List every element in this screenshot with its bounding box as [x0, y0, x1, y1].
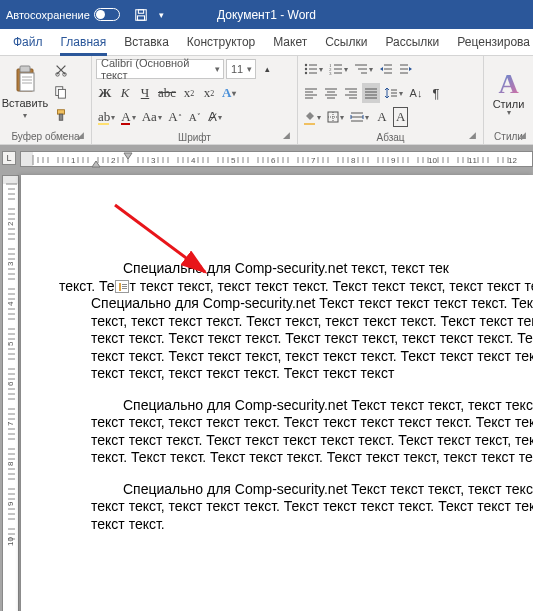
cut-button[interactable]	[50, 59, 72, 81]
increase-indent-button[interactable]	[397, 59, 415, 79]
clipboard-dialog-launcher[interactable]: ◢	[77, 130, 89, 142]
svg-rect-1	[138, 9, 143, 13]
grow-font-button[interactable]: A˄	[166, 107, 184, 127]
multilevel-list-button[interactable]	[352, 59, 375, 79]
line-spacing-button[interactable]	[382, 83, 405, 103]
align-right-button[interactable]	[342, 83, 360, 103]
char-border-button[interactable]: A	[393, 107, 408, 127]
svg-text:6: 6	[271, 156, 276, 165]
change-case-button[interactable]: Aa	[140, 107, 164, 127]
font-color-button[interactable]: A	[119, 107, 137, 127]
qat-customize-button[interactable]: ▾	[156, 4, 168, 26]
svg-text:7: 7	[311, 156, 316, 165]
bold-button[interactable]: Ж	[96, 83, 114, 103]
group-paragraph: 123 A↓ ¶ A A Абзац ◢	[298, 56, 484, 144]
svg-rect-2	[137, 15, 144, 19]
svg-text:7: 7	[6, 421, 15, 426]
font-size-larger[interactable]: ▴	[258, 59, 276, 79]
tab-insert[interactable]: Вставка	[115, 29, 178, 55]
tab-review[interactable]: Рецензирова	[448, 29, 533, 55]
svg-text:1: 1	[71, 156, 76, 165]
svg-text:2: 2	[111, 156, 116, 165]
tab-design[interactable]: Конструктор	[178, 29, 264, 55]
sort-button[interactable]: A↓	[407, 83, 425, 103]
show-marks-button[interactable]: ¶	[427, 83, 445, 103]
save-button[interactable]	[130, 4, 152, 26]
p1-line1: Специально для Comp-security.net текст, …	[123, 260, 449, 276]
p1-pre: текст. Те	[59, 278, 115, 294]
underline-button[interactable]: Ч	[136, 83, 154, 103]
svg-rect-13	[58, 110, 65, 114]
styles-icon: A	[498, 68, 518, 100]
body-text[interactable]: Специально для Comp-security.net текст, …	[91, 260, 533, 533]
paragraph-dialog-launcher[interactable]: ◢	[469, 130, 481, 142]
ruler-area: L 1 2	[0, 145, 533, 172]
svg-text:8: 8	[6, 461, 15, 466]
paste-options-icon[interactable]	[115, 280, 129, 293]
tab-mailings[interactable]: Рассылки	[376, 29, 448, 55]
tab-file[interactable]: Файл	[4, 29, 52, 55]
decrease-indent-button[interactable]	[377, 59, 395, 79]
paste-button[interactable]: Вставить ▾	[3, 59, 47, 126]
svg-text:8: 8	[351, 156, 356, 165]
svg-text:3: 3	[151, 156, 156, 165]
first-line-indent-marker	[124, 153, 132, 159]
shrink-font-button[interactable]: A˅	[186, 107, 204, 127]
clear-format-button[interactable]: A̷	[206, 107, 224, 127]
strike-button[interactable]: abc	[156, 83, 178, 103]
hanging-indent-marker	[92, 161, 100, 167]
title-bar: Автосохранение ▾ Документ1 - Word	[0, 0, 533, 29]
font-dialog-launcher[interactable]: ◢	[283, 130, 295, 142]
shading-button[interactable]	[302, 107, 323, 127]
align-center-button[interactable]	[322, 83, 340, 103]
borders-button[interactable]	[325, 107, 346, 127]
format-painter-button[interactable]	[50, 104, 72, 126]
autosave-toggle[interactable]	[94, 8, 120, 21]
styles-dialog-launcher[interactable]: ◢	[519, 130, 531, 142]
svg-rect-12	[58, 90, 65, 99]
autosave-label: Автосохранение	[6, 9, 90, 21]
subscript-button[interactable]: x2	[180, 83, 198, 103]
distributed-button[interactable]	[348, 107, 371, 127]
paragraph-3: Специально для Comp-security.net Текст т…	[91, 481, 533, 534]
svg-text:10: 10	[6, 537, 15, 546]
group-font: Calibri (Основной текст 11 ▴ Ж К Ч abc x…	[92, 56, 298, 144]
document-title: Документ1 - Word	[217, 8, 316, 22]
styles-button[interactable]: A Стили ▾	[484, 56, 533, 129]
char-shading-button[interactable]: A	[373, 107, 391, 127]
group-clipboard: Вставить ▾ Буфер обмена ◢	[0, 56, 92, 144]
group-styles: A Стили ▾ Стили ◢	[484, 56, 533, 144]
justify-button[interactable]	[362, 83, 380, 103]
group-font-label: Шрифт	[92, 130, 297, 145]
group-paragraph-label: Абзац	[298, 130, 483, 145]
bullets-button[interactable]	[302, 59, 325, 79]
horizontal-ruler[interactable]: 1 2 3 4	[20, 151, 533, 167]
paragraph-2: Специально для Comp-security.net Текст т…	[91, 397, 533, 467]
svg-text:11: 11	[468, 156, 477, 165]
tab-layout[interactable]: Макет	[264, 29, 316, 55]
document-page[interactable]: Специально для Comp-security.net текст, …	[21, 175, 533, 611]
svg-rect-5	[20, 73, 34, 91]
ribbon: Вставить ▾ Буфер обмена ◢ Calibri (Основ…	[0, 56, 533, 145]
tab-home[interactable]: Главная	[52, 29, 116, 55]
numbering-button[interactable]: 123	[327, 59, 350, 79]
align-left-button[interactable]	[302, 83, 320, 103]
svg-text:10: 10	[428, 156, 437, 165]
superscript-button[interactable]: x2	[200, 83, 218, 103]
font-size-select[interactable]: 11	[226, 59, 256, 79]
copy-button[interactable]	[50, 81, 72, 103]
font-name-select[interactable]: Calibri (Основной текст	[96, 59, 224, 79]
highlight-color-button[interactable]: ab	[96, 107, 117, 127]
vertical-ruler[interactable]: 2 3 4 5 6	[2, 175, 19, 611]
svg-text:12: 12	[508, 156, 517, 165]
tab-stop-selector[interactable]: L	[2, 151, 16, 165]
svg-point-15	[305, 64, 307, 66]
svg-rect-4	[20, 66, 30, 72]
document-area: 2 3 4 5 6	[0, 172, 533, 611]
text-effects-button[interactable]: A	[220, 83, 238, 103]
italic-button[interactable]: К	[116, 83, 134, 103]
p1-rest: т текст текст, текст текст текст. Текст …	[91, 278, 533, 382]
autosave-control[interactable]: Автосохранение	[6, 8, 120, 21]
tab-references[interactable]: Ссылки	[316, 29, 376, 55]
quick-access-toolbar: ▾	[130, 4, 168, 26]
